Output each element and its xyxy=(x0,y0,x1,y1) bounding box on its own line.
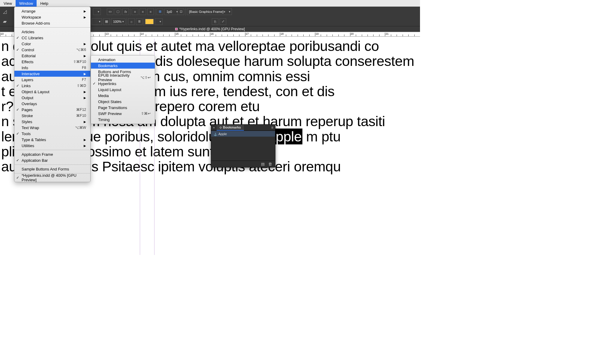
menu-item-arrange[interactable]: Arrange▶ xyxy=(14,8,90,14)
submenu-item-bookmarks[interactable]: Bookmarks xyxy=(91,63,155,69)
submenu-item-liquid-layout[interactable]: Liquid Layout xyxy=(91,87,155,93)
submenu-item-swf-preview[interactable]: SWF Preview⇧⌘↩ xyxy=(91,111,155,117)
menu-item-control[interactable]: ✓Control⌥⌘6 xyxy=(14,47,90,53)
menu-item-layers[interactable]: LayersF7 xyxy=(14,77,90,83)
menu-item-links[interactable]: ✓Links⇧⌘D xyxy=(14,83,90,89)
menu-item-cc-libraries[interactable]: ✓CC Libraries xyxy=(14,35,90,41)
menu-item-pages[interactable]: ✓Pages⌘F12 xyxy=(14,107,90,113)
fx-icon[interactable]: fx xyxy=(122,8,129,15)
align-dropdown[interactable] xyxy=(93,8,101,15)
menu-item-text-wrap[interactable]: Text Wrap⌥⌘W xyxy=(14,125,90,131)
menu-item--hyperlinks-indd-400-gpu-preview-[interactable]: ✓*Hyperlinks.indd @ 400% [GPU Preview] xyxy=(14,175,90,181)
interactive-submenu: AnimationBookmarksButtons and FormsEPUB … xyxy=(91,55,155,124)
triangle-icon: ◿ xyxy=(3,9,7,14)
submenu-item-animation[interactable]: Animation xyxy=(91,57,155,63)
bookmark-row[interactable]: Apple xyxy=(211,131,275,137)
submenu-item-media[interactable]: Media xyxy=(91,93,155,99)
menu-item-application-frame[interactable]: Application Frame xyxy=(14,151,90,157)
submenu-item-object-states[interactable]: Object States xyxy=(91,99,155,105)
menu-window[interactable]: Window xyxy=(16,0,37,7)
zoom-field[interactable]: 100% xyxy=(111,18,125,25)
trash-icon[interactable]: 🗑 xyxy=(268,162,272,166)
menu-item-styles[interactable]: Styles▶ xyxy=(14,119,90,125)
submenu-item-timing[interactable]: Timing xyxy=(91,117,155,123)
sun-icon[interactable]: ☼ xyxy=(128,18,135,25)
menu-item-interactive[interactable]: Interactive▶ xyxy=(14,71,90,77)
indd-icon xyxy=(175,28,178,30)
align-h3-icon[interactable]: ≡ xyxy=(147,8,154,15)
menu-item-effects[interactable]: Effects⇧⌘F10 xyxy=(14,59,90,65)
menu-item-editorial[interactable]: Editorial▶ xyxy=(14,53,90,59)
fit-frame-icon[interactable]: ▭ xyxy=(107,8,113,15)
new-bookmark-icon[interactable]: ▤ xyxy=(261,162,265,166)
menu-item-browse-add-ons[interactable]: Browse Add-ons xyxy=(14,20,90,26)
menu-item-info[interactable]: InfoF8 xyxy=(14,65,90,71)
opacity-icon[interactable]: ▦ xyxy=(103,18,110,25)
menu-item-object-layout[interactable]: Object & Layout▶ xyxy=(14,89,90,95)
grid-icon[interactable]: ⊡ xyxy=(178,8,184,15)
menu-item-utilities[interactable]: Utilities▶ xyxy=(14,143,90,149)
menu-view[interactable]: View xyxy=(0,0,16,7)
bookmarks-panel[interactable]: × ◇Bookmarks ≡ Apple ▤ 🗑 xyxy=(211,124,275,167)
panel-tab[interactable]: ◇Bookmarks xyxy=(217,125,244,131)
menu-item-tools[interactable]: ✓Tools xyxy=(14,131,90,137)
bookmarks-list: Apple xyxy=(211,131,275,161)
align-h2-icon[interactable]: ≡ xyxy=(140,8,146,15)
menu-item-type-tables[interactable]: Type & Tables▶ xyxy=(14,137,90,143)
menu-item-stroke[interactable]: Stroke⌘F10 xyxy=(14,113,90,119)
menu-item-overlays[interactable]: Overlays xyxy=(14,101,90,107)
menu-item-articles[interactable]: Articles xyxy=(14,29,90,35)
menu-help[interactable]: Help xyxy=(37,0,52,7)
menu-item-application-bar[interactable]: ✓Application Bar xyxy=(14,157,90,163)
menu-item-workspace[interactable]: Workspace▶ xyxy=(14,14,90,20)
panel-footer: ▤ 🗑 xyxy=(211,161,275,167)
document-tab-title[interactable]: *Hyperlinks.indd @ 400% [GPU Preview] xyxy=(179,27,245,31)
close-icon[interactable]: × xyxy=(211,126,217,129)
frame-icon[interactable]: ▢ xyxy=(115,8,121,15)
menu-item-sample-buttons-and-forms[interactable]: Sample Buttons And Forms xyxy=(14,166,90,172)
slash-icon: ▰ xyxy=(3,19,7,24)
stroke-weight-dropdown[interactable] xyxy=(92,18,102,25)
menu-item-color[interactable]: Color▶ xyxy=(14,41,90,47)
swatch-dropdown[interactable] xyxy=(155,18,163,25)
submenu-item-page-transitions[interactable]: Page Transitions xyxy=(91,105,155,111)
panel-header: × ◇Bookmarks ≡ xyxy=(211,125,275,131)
fill-swatch[interactable] xyxy=(145,19,154,24)
menu-item-output[interactable]: Output▶ xyxy=(14,95,90,101)
submenu-item-epub-interactivity-preview[interactable]: EPUB Interactivity Preview⌥⇧↩ xyxy=(91,75,155,81)
align-h1-icon[interactable]: ≡ xyxy=(132,8,138,15)
misc-icon-2[interactable]: ⤢ xyxy=(220,18,226,25)
window-menu: Arrange▶Workspace▶Browse Add-onsArticles… xyxy=(14,7,91,182)
menubar: View Window Help xyxy=(0,0,420,7)
submenu-item-hyperlinks[interactable]: ✓Hyperlinks xyxy=(91,81,155,87)
transform-icon[interactable]: ⊞ xyxy=(157,8,163,15)
text-align-icon[interactable]: ≣ xyxy=(136,18,142,25)
misc-icon-1[interactable]: ⎘ xyxy=(212,18,218,25)
panel-menu-icon[interactable]: ≡ xyxy=(271,126,273,130)
anchor-icon xyxy=(214,132,217,135)
bookmark-label: Apple xyxy=(218,132,227,136)
object-style-dropdown[interactable]: [Basic Graphics Frame]+ xyxy=(187,8,232,15)
